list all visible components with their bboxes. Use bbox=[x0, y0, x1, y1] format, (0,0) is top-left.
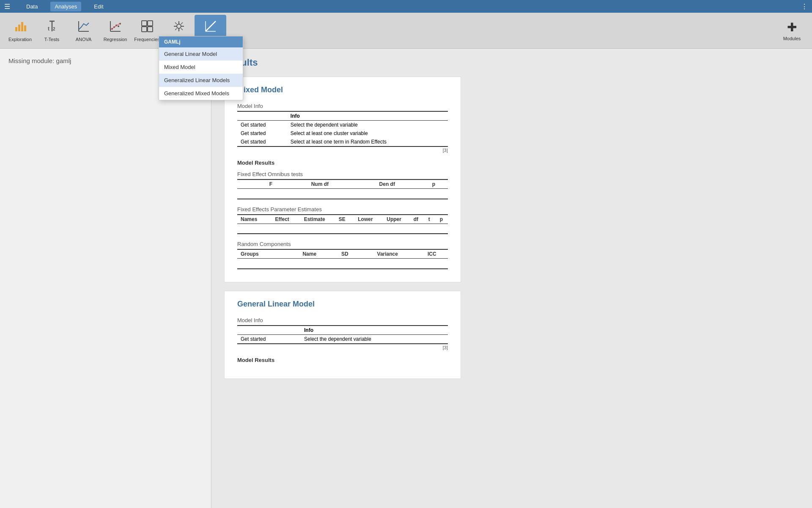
frequencies-icon bbox=[140, 19, 154, 35]
param-empty-row bbox=[237, 224, 448, 234]
svg-line-27 bbox=[175, 22, 177, 24]
svg-text:t: t bbox=[48, 26, 49, 32]
glm-info-col-header: Info bbox=[301, 326, 448, 335]
mixed-model-info-footnote: [3] bbox=[237, 148, 448, 153]
ttests-label: T-Tests bbox=[44, 37, 59, 42]
toolbar-regression[interactable]: Regression bbox=[99, 15, 131, 47]
modules-icon: ✚ bbox=[787, 20, 797, 34]
glm-info-key-1: Get started bbox=[237, 334, 301, 344]
mixed-model-info-title: Model Info bbox=[237, 103, 448, 109]
more-options-icon[interactable]: ⋮ bbox=[801, 3, 808, 11]
toolbar-anova[interactable]: ANOVA bbox=[68, 15, 99, 47]
nav-edit[interactable]: Edit bbox=[90, 2, 107, 11]
nav-analyses[interactable]: Analyses bbox=[50, 2, 81, 11]
svg-line-28 bbox=[181, 28, 183, 30]
omnibus-col-numdf: Num df bbox=[285, 179, 355, 189]
regression-icon bbox=[109, 19, 122, 35]
svg-rect-20 bbox=[142, 27, 147, 32]
glm-info-val-1: Select the dependent variable bbox=[301, 334, 448, 344]
mixed-model-info-table: Info Get started Select the dependent va… bbox=[237, 111, 448, 147]
svg-rect-19 bbox=[148, 21, 153, 26]
anova-label: ANOVA bbox=[76, 37, 92, 42]
param-col-upper: Upper bbox=[380, 215, 408, 224]
fixed-effects-param-title: Fixed Effects Parameter Estimates bbox=[237, 206, 448, 213]
dropdown-item-generalized-mixed-models[interactable]: Generalized Mixed Models bbox=[159, 87, 243, 100]
general-linear-model-title: General Linear Model bbox=[237, 300, 448, 310]
dropdown-item-general-linear-model[interactable]: General Linear Model bbox=[159, 47, 243, 61]
model-info-val-2: Select at least one cluster variable bbox=[287, 129, 448, 138]
fixed-effect-omnibus-table: F Num df Den df p bbox=[237, 179, 448, 199]
dropdown-item-generalized-linear-models[interactable]: Generalized Linear Models bbox=[159, 74, 243, 87]
glm-info-footnote: [3] bbox=[237, 345, 448, 350]
svg-rect-21 bbox=[148, 27, 153, 32]
svg-point-22 bbox=[177, 24, 181, 28]
ttests-icon: t 2 bbox=[45, 19, 59, 35]
toolbar: Exploration t 2 T-Tests ANOVA bbox=[0, 13, 812, 49]
random-components-table: Groups Name SD Variance ICC bbox=[237, 249, 448, 269]
fixed-effect-omnibus-title: Fixed Effect Omnibus tests bbox=[237, 171, 448, 177]
param-col-p: p bbox=[435, 215, 448, 224]
param-col-lower: Lower bbox=[351, 215, 380, 224]
random-components-title: Random Components bbox=[237, 241, 448, 247]
svg-line-31 bbox=[206, 21, 216, 31]
glm-info-title: Model Info bbox=[237, 317, 448, 323]
general-linear-model-card: General Linear Model Model Info Info Get… bbox=[224, 291, 461, 379]
glm-info-row-1: Get started Select the dependent variabl… bbox=[237, 334, 448, 344]
svg-rect-1 bbox=[18, 25, 20, 31]
param-col-estimate: Estimate bbox=[296, 215, 333, 224]
toolbar-exploration[interactable]: Exploration bbox=[4, 15, 36, 47]
mixed-model-title: Mixed Model bbox=[237, 86, 448, 96]
omnibus-col-f: F bbox=[257, 179, 285, 189]
toolbar-ttests[interactable]: t 2 T-Tests bbox=[36, 15, 68, 47]
hamburger-menu-icon[interactable]: ☰ bbox=[4, 3, 10, 11]
main-area: Missing module: gamlj Results Mixed Mode… bbox=[0, 49, 812, 508]
left-panel: Missing module: gamlj bbox=[0, 49, 211, 508]
random-col-variance: Variance bbox=[359, 249, 416, 259]
glm-info-col-blank bbox=[237, 326, 301, 335]
frequencies-label: Frequencies bbox=[134, 37, 160, 42]
anova-icon bbox=[77, 19, 91, 35]
linear-models-dropdown: GAMLj General Linear Model Mixed Model G… bbox=[159, 36, 243, 100]
random-empty-row bbox=[237, 259, 448, 269]
mixed-model-card: Mixed Model Model Info Info Get started … bbox=[224, 77, 461, 282]
param-col-se: SE bbox=[333, 215, 351, 224]
factor-icon bbox=[172, 19, 186, 35]
glm-info-table: Info Get started Select the dependent va… bbox=[237, 325, 448, 344]
toolbar-frequencies[interactable]: Frequencies bbox=[131, 15, 163, 47]
model-info-col-blank bbox=[237, 111, 287, 121]
exploration-label: Exploration bbox=[8, 37, 32, 42]
svg-rect-3 bbox=[24, 25, 26, 31]
random-col-groups: Groups bbox=[237, 249, 288, 259]
modules-button[interactable]: ✚ Modules bbox=[776, 15, 808, 47]
param-col-df: df bbox=[408, 215, 423, 224]
nav-data[interactable]: Data bbox=[22, 2, 42, 11]
exploration-icon bbox=[14, 19, 27, 35]
svg-point-15 bbox=[118, 25, 119, 27]
glm-results-title: Model Results bbox=[237, 357, 448, 363]
random-col-icc: ICC bbox=[416, 249, 448, 259]
results-title: Results bbox=[224, 57, 799, 68]
model-info-val-3: Select at least one term in Random Effec… bbox=[287, 138, 448, 146]
omnibus-col-p: p bbox=[420, 179, 448, 189]
svg-rect-2 bbox=[21, 22, 23, 31]
fixed-effects-param-table: Names Effect Estimate SE Lower Upper df … bbox=[237, 214, 448, 235]
svg-rect-0 bbox=[15, 27, 17, 31]
mixed-model-results-title: Model Results bbox=[237, 160, 448, 166]
svg-text:2: 2 bbox=[53, 27, 55, 31]
omnibus-col-dendf: Den df bbox=[355, 179, 420, 189]
random-col-sd: SD bbox=[331, 249, 359, 259]
modules-label: Modules bbox=[783, 36, 801, 41]
omnibus-col-empty bbox=[237, 179, 257, 189]
results-panel: Results Mixed Model Model Info Info Get … bbox=[211, 49, 812, 508]
model-info-val-1: Select the dependent variable bbox=[287, 121, 448, 130]
model-info-key-2: Get started bbox=[237, 129, 287, 138]
svg-line-29 bbox=[181, 22, 183, 24]
model-info-key-3: Get started bbox=[237, 138, 287, 146]
param-col-names: Names bbox=[237, 215, 268, 224]
model-info-row-2: Get started Select at least one cluster … bbox=[237, 129, 448, 138]
top-navigation: ☰ Data Analyses Edit ⋮ bbox=[0, 0, 812, 13]
dropdown-header: GAMLj bbox=[159, 36, 243, 47]
param-col-effect: Effect bbox=[268, 215, 296, 224]
dropdown-item-mixed-model[interactable]: Mixed Model bbox=[159, 61, 243, 74]
param-col-t: t bbox=[423, 215, 435, 224]
